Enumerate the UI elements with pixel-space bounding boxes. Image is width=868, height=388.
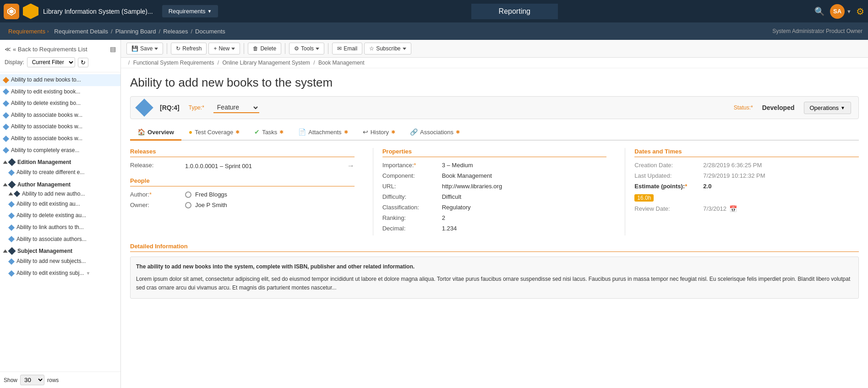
tab-tasks[interactable]: ✔ Tasks ✱ — [247, 125, 291, 141]
diamond-icon — [8, 224, 15, 231]
sidebar-item-link-authors[interactable]: Ability to link authors to th... — [0, 222, 120, 234]
rq-diamond-icon — [135, 98, 153, 117]
test-coverage-icon: ● — [189, 128, 192, 136]
sidebar-group-author[interactable]: Author Management — [0, 179, 120, 189]
detailed-section-title: Detailed Information — [130, 243, 859, 252]
url-label: URL: — [382, 183, 442, 190]
sidebar-item-assoc-books-1[interactable]: Ability to associate books w... — [0, 109, 120, 121]
review-date-label: Review Date: — [634, 205, 703, 213]
refresh-button[interactable]: ↻ Refresh — [171, 43, 207, 55]
path-book-mgmt[interactable]: Book Management — [318, 60, 365, 66]
app-logo-hex[interactable] — [23, 4, 38, 19]
calendar-icon[interactable]: 📅 — [729, 205, 737, 213]
tab-history[interactable]: ↩ History ✱ — [355, 125, 403, 141]
search-btn[interactable]: 🔍 — [811, 5, 828, 18]
sidebar-item-edit-subjects[interactable]: Ability to edit existing subj... ▼ — [0, 268, 120, 279]
tab-test-coverage[interactable]: ● Test Coverage ✱ — [181, 125, 247, 141]
page-content: Ability to add new books to the system [… — [121, 68, 868, 388]
user-avatar[interactable]: SA — [830, 4, 845, 19]
home-icon: 🏠 — [137, 128, 145, 136]
sidebar-group-subject[interactable]: Subject Management — [0, 245, 120, 256]
breadcrumb-releases[interactable]: Releases — [160, 28, 191, 35]
new-button[interactable]: + New — [208, 43, 240, 55]
sidebar-item-add-books[interactable]: Ability to add new books to... — [0, 74, 120, 86]
url-value: http://www.libraries.org — [442, 183, 502, 190]
group-diamond-icon — [8, 158, 16, 166]
people-section-title: People — [130, 177, 355, 186]
difficulty-value: Difficult — [442, 193, 461, 200]
tab-associations[interactable]: 🔗 Associations ✱ — [403, 125, 467, 141]
sidebar-refresh-btn[interactable]: ↻ — [78, 58, 88, 67]
tab-overview[interactable]: 🏠 Overview — [130, 125, 181, 141]
breadcrumb-requirement-details[interactable]: Requirement Details — [51, 28, 111, 35]
release-navigate-icon[interactable]: → — [347, 162, 355, 170]
creation-date-label: Creation Date: — [634, 162, 703, 169]
section-divider-2 — [625, 148, 625, 235]
operations-button[interactable]: Operations ▼ — [804, 102, 852, 114]
diamond-icon — [3, 88, 9, 95]
author-radio[interactable] — [185, 191, 191, 198]
sidebar-item-create-editions[interactable]: Ability to create different e... — [0, 167, 120, 179]
back-to-requirements-link[interactable]: ≪ « Back to Requirements List ▤ — [4, 44, 117, 55]
sidebar-item-delete-authors[interactable]: Ability to delete existing au... — [0, 210, 120, 222]
sidebar-group-edition[interactable]: Edition Management — [0, 156, 120, 167]
last-updated-value: 7/29/2019 10:12:32 PM — [703, 172, 765, 179]
decimal-value: 1.234 — [442, 225, 457, 232]
tab-attachments[interactable]: 📄 Attachments ✱ — [291, 125, 355, 141]
requirements-nav-btn[interactable]: Requirements ▼ — [162, 5, 218, 17]
diamond-icon — [8, 201, 15, 207]
sidebar-item-label: Ability to create different e... — [16, 169, 85, 176]
dates-col: Dates and Times Creation Date: 2/28/2019… — [634, 148, 859, 235]
sidebar-item-assoc-books-3[interactable]: Ability to associate books w... — [0, 133, 120, 145]
user-dropdown-arrow[interactable]: ▼ — [846, 9, 852, 14]
importance-value: 3 – Medium — [442, 162, 473, 169]
classification-row: Classification: Regulatory — [382, 204, 607, 211]
sidebar-item-label: Ability to edit existing au... — [16, 201, 80, 208]
owner-label: Owner: — [130, 202, 185, 208]
diamond-icon — [8, 236, 15, 242]
sidebar-item-delete-books[interactable]: Ability to delete existing bo... — [0, 98, 120, 109]
app-title: Library Information System (Sample)... — [43, 8, 153, 15]
sidebar-subgroup-add-author[interactable]: Ability to add new autho... — [0, 189, 120, 198]
subscribe-button[interactable]: ☆ Subscribe — [364, 43, 411, 55]
owner-radio[interactable] — [185, 202, 191, 208]
last-updated-label: Last Updated: — [634, 172, 703, 179]
author-label: Author:* — [130, 191, 185, 198]
sidebar-item-erase-books[interactable]: Ability to completely erase... — [0, 145, 120, 157]
sidebar-item-assoc-books-2[interactable]: Ability to associate books w... — [0, 121, 120, 133]
estimate-label: Estimate (points):* — [634, 183, 703, 190]
sidebar-group-label: Subject Management — [17, 248, 72, 254]
email-button[interactable]: ✉ Email — [332, 43, 362, 55]
breadcrumb-documents[interactable]: Documents — [192, 28, 228, 35]
sidebar-item-edit-authors[interactable]: Ability to edit existing au... — [0, 198, 120, 210]
rows-select[interactable]: 30 50 100 — [20, 375, 44, 385]
collapse-sidebar-icon[interactable]: ▤ — [110, 45, 116, 53]
breadcrumb-requirements[interactable]: Requirements › — [5, 28, 51, 35]
sidebar-item-add-subjects[interactable]: Ability to add new subjects... — [0, 256, 120, 268]
app-logo-orange[interactable] — [4, 4, 19, 19]
type-select[interactable]: Feature — [213, 102, 259, 113]
group-diamond-icon — [8, 247, 16, 255]
ops-caret-icon: ▼ — [841, 105, 845, 110]
sidebar-item-label: Ability to completely erase... — [11, 147, 79, 154]
filter-select[interactable]: Current Filter — [27, 57, 75, 67]
diamond-icon — [8, 169, 15, 176]
path-library[interactable]: Online Library Management System — [222, 60, 310, 66]
settings-gear-icon[interactable]: ⚙ — [856, 6, 864, 17]
expand-triangle-icon — [3, 161, 8, 164]
breadcrumb-planning-board[interactable]: Planning Board — [113, 28, 159, 35]
sidebar-item-edit-books[interactable]: Ability to edit existing book... — [0, 86, 120, 98]
sidebar-item-label: Ability to associate authors... — [16, 236, 87, 243]
path-functional[interactable]: Functional System Requirements — [133, 60, 214, 66]
status-value: Developed — [762, 104, 795, 111]
tools-caret-icon — [316, 48, 319, 50]
save-button[interactable]: 💾 Save — [126, 43, 163, 55]
expand-triangle-icon — [3, 183, 8, 186]
tools-button[interactable]: ⚙ Tools — [289, 43, 324, 55]
sidebar-item-assoc-authors[interactable]: Ability to associate authors... — [0, 234, 120, 246]
delete-button[interactable]: 🗑 Delete — [248, 43, 281, 55]
diamond-icon — [3, 100, 9, 107]
expand-triangle-icon — [3, 250, 8, 253]
delete-icon: 🗑 — [253, 45, 258, 52]
estimate-hours-row: 16.0h — [634, 193, 859, 202]
